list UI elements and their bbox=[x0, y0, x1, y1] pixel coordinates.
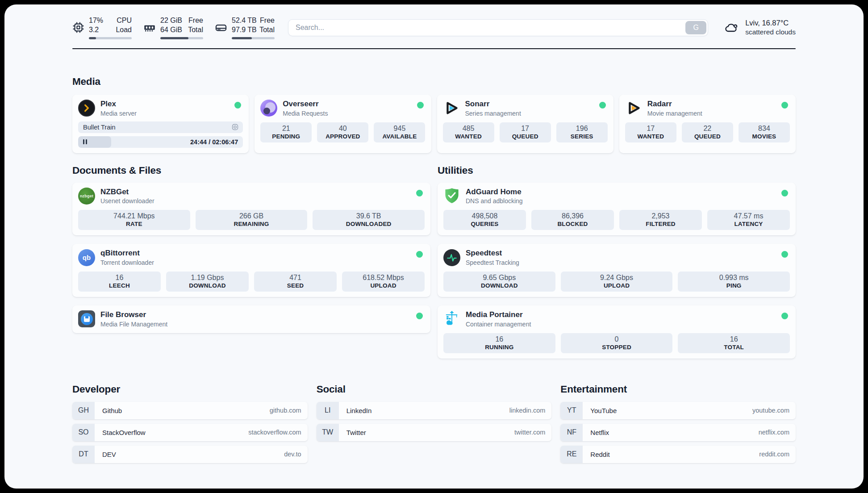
stat-ping: 0.993 ms PING bbox=[678, 272, 790, 292]
bookmark-name: Netflix bbox=[583, 424, 609, 441]
section-title-utilities: Utilities bbox=[438, 165, 796, 176]
bookmark-abbr: NF bbox=[560, 424, 583, 441]
service-title: Media Portainer bbox=[466, 310, 531, 319]
service-title: Overseerr bbox=[283, 100, 328, 109]
plex-icon bbox=[78, 100, 95, 117]
memory-free-value: 22 GiB bbox=[160, 16, 182, 25]
search-engine-button[interactable]: G bbox=[685, 21, 706, 34]
memory-total-label: Total bbox=[188, 25, 203, 35]
service-subtitle: Media File Management bbox=[100, 321, 167, 328]
service-card-overseerr[interactable]: Overseerr Media Requests 21 PENDING 40 A… bbox=[255, 95, 431, 153]
memory-progress-fill bbox=[160, 37, 188, 39]
bookmark-url: stackoverflow.com bbox=[248, 424, 307, 441]
service-subtitle: DNS and adblocking bbox=[466, 197, 523, 205]
ram-icon bbox=[143, 21, 156, 34]
section-media: Media Plex Media server bbox=[72, 76, 796, 153]
now-playing-row: Bullet Train bbox=[78, 121, 243, 133]
service-subtitle: Torrent downloader bbox=[100, 259, 154, 266]
stat-latency: 47.57 ms LATENCY bbox=[707, 210, 790, 230]
service-card-plex[interactable]: Plex Media server Bullet Train bbox=[72, 95, 249, 153]
status-dot-online bbox=[417, 102, 424, 109]
status-dot-online bbox=[781, 102, 788, 109]
disk-free-label: Free bbox=[259, 16, 275, 25]
status-dot-online bbox=[781, 190, 788, 196]
cpu-usage-value: 17% bbox=[89, 16, 103, 25]
resource-widgets: 17% 3.2 CPU Load bbox=[72, 16, 275, 39]
nzbget-icon: nzbget bbox=[78, 188, 95, 205]
stat-movies: 834 MOVIES bbox=[739, 122, 790, 142]
stat-approved: 40 APPROVED bbox=[317, 122, 368, 142]
disk-total-label: Total bbox=[259, 25, 275, 35]
stat-wanted: 485 WANTED bbox=[443, 122, 494, 142]
bookmark-stackoverflow[interactable]: SO StackOverflow stackoverflow.com bbox=[72, 424, 308, 441]
memory-progress-track bbox=[160, 37, 203, 39]
service-title: qBittorrent bbox=[100, 249, 154, 258]
stat-total: 16 TOTAL bbox=[678, 333, 790, 353]
stat-wanted: 17 WANTED bbox=[625, 122, 676, 142]
service-title: AdGuard Home bbox=[466, 188, 523, 196]
bookmark-dev[interactable]: DT DEV dev.to bbox=[72, 446, 308, 463]
bookmark-abbr: GH bbox=[72, 402, 95, 419]
playback-progress-fill bbox=[78, 136, 111, 148]
section-documents: Documents & Files nzbget NZBGet Usenet d… bbox=[72, 165, 430, 333]
status-dot-online bbox=[599, 102, 606, 109]
section-title-entertainment: Entertainment bbox=[560, 384, 796, 395]
service-card-sonarr[interactable]: Sonarr Series management 485 WANTED 17 Q… bbox=[437, 95, 613, 153]
weather-widget[interactable]: Lviv, 16.87°C scattered clouds bbox=[724, 19, 796, 36]
service-card-adguard[interactable]: AdGuard Home DNS and adblocking 498,508 … bbox=[438, 183, 796, 236]
service-subtitle: Media server bbox=[100, 110, 137, 117]
stat-download: 9.65 Gbps DOWNLOAD bbox=[443, 272, 555, 292]
stat-queued: 22 QUEUED bbox=[682, 122, 733, 142]
section-title-developer: Developer bbox=[72, 384, 308, 395]
cpu-widget: 17% 3.2 CPU Load bbox=[72, 16, 132, 39]
service-card-filebrowser[interactable]: File Browser Media File Management bbox=[72, 305, 430, 333]
topbar-divider bbox=[72, 48, 796, 50]
service-card-radarr[interactable]: Radarr Movie management 17 WANTED 22 QUE… bbox=[619, 95, 796, 153]
weather-condition: scattered clouds bbox=[745, 28, 796, 36]
cloud-icon bbox=[724, 21, 739, 33]
search-input[interactable] bbox=[288, 19, 708, 36]
bookmark-reddit[interactable]: RE Reddit reddit.com bbox=[560, 446, 796, 463]
section-title-documents: Documents & Files bbox=[72, 165, 430, 176]
disk-progress-track bbox=[232, 37, 275, 39]
stat-available: 945 AVAILABLE bbox=[374, 122, 425, 142]
dashboard-page: 17% 3.2 CPU Load bbox=[4, 4, 864, 489]
bookmark-url: linkedin.com bbox=[509, 402, 552, 419]
stat-leech: 16 LEECH bbox=[78, 272, 161, 292]
stat-downloaded: 39.6 TB DOWNLOADED bbox=[313, 210, 425, 230]
service-title: Speedtest bbox=[466, 249, 519, 258]
bookmark-abbr: SO bbox=[72, 424, 95, 441]
service-card-nzbget[interactable]: nzbget NZBGet Usenet downloader 744.21 M… bbox=[72, 183, 430, 236]
service-card-qbittorrent[interactable]: qb qBittorrent Torrent downloader 16 bbox=[72, 244, 430, 297]
status-dot-online bbox=[781, 313, 788, 319]
bookmark-linkedin[interactable]: LI LinkedIn linkedin.com bbox=[317, 402, 552, 419]
service-subtitle: Media Requests bbox=[283, 110, 328, 117]
playback-progress-bar: 24:44 / 02:06:47 bbox=[78, 136, 243, 148]
bookmark-group-developer: Developer GH Github github.com SO StackO… bbox=[72, 384, 308, 463]
stat-seed: 471 SEED bbox=[254, 272, 337, 292]
bookmark-youtube[interactable]: YT YouTube youtube.com bbox=[560, 402, 796, 419]
bookmark-name: LinkedIn bbox=[339, 402, 372, 419]
stat-queued: 17 QUEUED bbox=[500, 122, 551, 142]
bookmark-name: DEV bbox=[95, 446, 116, 463]
bookmark-github[interactable]: GH Github github.com bbox=[72, 402, 308, 419]
bookmark-twitter[interactable]: TW Twitter twitter.com bbox=[317, 424, 552, 441]
bookmark-name: Twitter bbox=[339, 424, 366, 441]
service-card-speedtest[interactable]: Speedtest Speedtest Tracking 9.65 Gbps D… bbox=[438, 244, 796, 297]
filebrowser-icon bbox=[78, 310, 95, 327]
status-dot-online bbox=[416, 313, 423, 319]
service-title: Plex bbox=[100, 100, 137, 109]
sonarr-icon bbox=[443, 100, 460, 117]
speedtest-icon bbox=[443, 249, 460, 266]
bookmark-abbr: RE bbox=[560, 446, 583, 463]
bookmark-netflix[interactable]: NF Netflix netflix.com bbox=[560, 424, 796, 441]
stat-queries: 498,508 QUERIES bbox=[443, 210, 526, 230]
bookmark-url: twitter.com bbox=[514, 424, 551, 441]
cpu-load-value: 3.2 bbox=[89, 25, 103, 35]
service-card-portainer[interactable]: Media Portainer Container management 16 … bbox=[438, 305, 796, 359]
service-title: File Browser bbox=[100, 310, 167, 319]
section-title-social: Social bbox=[317, 384, 552, 395]
status-dot-online bbox=[416, 190, 423, 196]
service-subtitle: Series management bbox=[465, 110, 521, 117]
bookmark-name: Reddit bbox=[583, 446, 609, 463]
